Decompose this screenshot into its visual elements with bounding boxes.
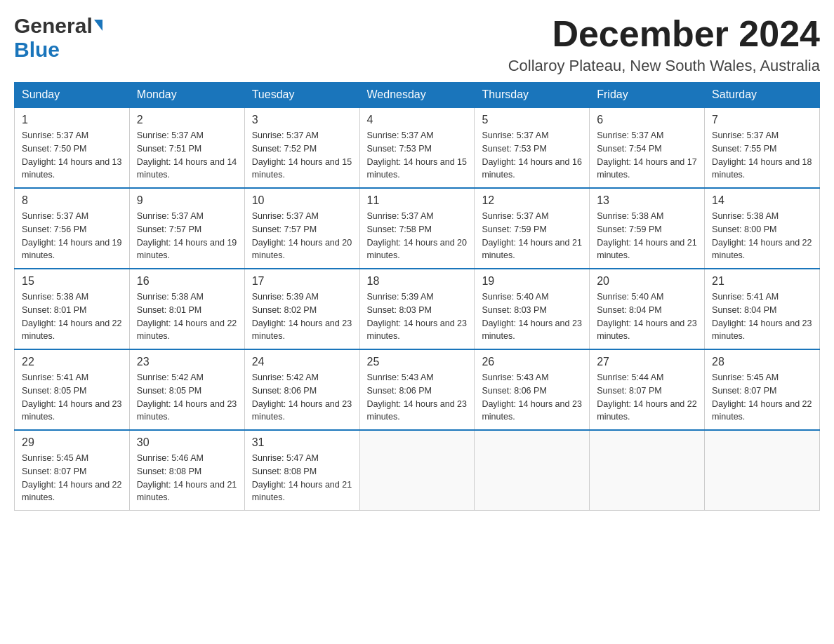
table-row: 22 Sunrise: 5:41 AMSunset: 8:05 PMDaylig… [15,349,130,430]
col-tuesday: Tuesday [244,83,359,108]
table-row [590,430,705,511]
day-info: Sunrise: 5:40 AMSunset: 8:03 PMDaylight:… [482,290,582,343]
table-row: 29 Sunrise: 5:45 AMSunset: 8:07 PMDaylig… [15,430,130,511]
table-row [705,430,820,511]
table-row: 2 Sunrise: 5:37 AMSunset: 7:51 PMDayligh… [129,107,244,188]
table-row: 15 Sunrise: 5:38 AMSunset: 8:01 PMDaylig… [15,269,130,349]
day-info: Sunrise: 5:37 AMSunset: 7:55 PMDaylight:… [712,129,812,182]
day-info: Sunrise: 5:41 AMSunset: 8:04 PMDaylight:… [712,290,812,343]
table-row [475,430,590,511]
day-info: Sunrise: 5:37 AMSunset: 7:53 PMDaylight:… [367,129,468,182]
table-row: 19 Sunrise: 5:40 AMSunset: 8:03 PMDaylig… [475,269,590,349]
month-title: December 2024 [508,14,820,54]
day-number: 25 [367,356,468,368]
table-row: 20 Sunrise: 5:40 AMSunset: 8:04 PMDaylig… [590,269,705,349]
col-sunday: Sunday [15,83,130,108]
day-info: Sunrise: 5:37 AMSunset: 7:52 PMDaylight:… [252,129,352,182]
day-number: 9 [137,194,237,207]
table-row [359,430,475,511]
day-number: 24 [252,356,352,368]
day-number: 3 [252,114,352,126]
calendar-week-5: 29 Sunrise: 5:45 AMSunset: 8:07 PMDaylig… [15,430,820,511]
day-number: 13 [597,194,697,207]
day-info: Sunrise: 5:38 AMSunset: 7:59 PMDaylight:… [597,210,697,262]
day-number: 15 [22,275,122,288]
table-row: 16 Sunrise: 5:38 AMSunset: 8:01 PMDaylig… [129,269,244,349]
logo-general-text: General [14,14,93,38]
table-row: 4 Sunrise: 5:37 AMSunset: 7:53 PMDayligh… [359,107,475,188]
calendar-week-4: 22 Sunrise: 5:41 AMSunset: 8:05 PMDaylig… [15,349,820,430]
calendar-week-2: 8 Sunrise: 5:37 AMSunset: 7:56 PMDayligh… [15,188,820,269]
calendar-header-row: Sunday Monday Tuesday Wednesday Thursday… [15,83,820,108]
day-info: Sunrise: 5:37 AMSunset: 7:57 PMDaylight:… [137,210,237,262]
day-number: 20 [597,275,697,288]
day-info: Sunrise: 5:38 AMSunset: 8:01 PMDaylight:… [22,290,122,343]
day-info: Sunrise: 5:38 AMSunset: 8:00 PMDaylight:… [712,210,812,262]
col-friday: Friday [590,83,705,108]
day-number: 16 [137,275,237,288]
day-number: 26 [482,356,582,368]
logo-triangle-icon [94,20,102,31]
table-row: 23 Sunrise: 5:42 AMSunset: 8:05 PMDaylig… [129,349,244,430]
day-info: Sunrise: 5:42 AMSunset: 8:05 PMDaylight:… [137,371,237,424]
day-number: 5 [482,114,582,126]
day-number: 31 [252,436,352,449]
day-info: Sunrise: 5:37 AMSunset: 7:59 PMDaylight:… [482,210,582,262]
col-monday: Monday [129,83,244,108]
day-info: Sunrise: 5:37 AMSunset: 7:56 PMDaylight:… [22,210,122,262]
logo-blue-text: Blue [14,38,60,62]
day-number: 27 [597,356,697,368]
day-info: Sunrise: 5:41 AMSunset: 8:05 PMDaylight:… [22,371,122,424]
col-thursday: Thursday [475,83,590,108]
day-number: 30 [137,436,237,449]
day-info: Sunrise: 5:44 AMSunset: 8:07 PMDaylight:… [597,371,697,424]
day-info: Sunrise: 5:37 AMSunset: 7:53 PMDaylight:… [482,129,582,182]
calendar-week-1: 1 Sunrise: 5:37 AMSunset: 7:50 PMDayligh… [15,107,820,188]
day-number: 23 [137,356,237,368]
table-row: 26 Sunrise: 5:43 AMSunset: 8:06 PMDaylig… [475,349,590,430]
day-info: Sunrise: 5:43 AMSunset: 8:06 PMDaylight:… [367,371,468,424]
day-number: 22 [22,356,122,368]
day-number: 12 [482,194,582,207]
day-info: Sunrise: 5:39 AMSunset: 8:02 PMDaylight:… [252,290,352,343]
day-number: 29 [22,436,122,449]
table-row: 21 Sunrise: 5:41 AMSunset: 8:04 PMDaylig… [705,269,820,349]
header: General Blue December 2024 Collaroy Plat… [14,14,820,75]
table-row: 14 Sunrise: 5:38 AMSunset: 8:00 PMDaylig… [705,188,820,269]
table-row: 12 Sunrise: 5:37 AMSunset: 7:59 PMDaylig… [475,188,590,269]
day-info: Sunrise: 5:40 AMSunset: 8:04 PMDaylight:… [597,290,697,343]
table-row: 31 Sunrise: 5:47 AMSunset: 8:08 PMDaylig… [244,430,359,511]
table-row: 1 Sunrise: 5:37 AMSunset: 7:50 PMDayligh… [15,107,130,188]
day-info: Sunrise: 5:47 AMSunset: 8:08 PMDaylight:… [252,452,352,504]
day-info: Sunrise: 5:43 AMSunset: 8:06 PMDaylight:… [482,371,582,424]
calendar-week-3: 15 Sunrise: 5:38 AMSunset: 8:01 PMDaylig… [15,269,820,349]
day-number: 19 [482,275,582,288]
table-row: 28 Sunrise: 5:45 AMSunset: 8:07 PMDaylig… [705,349,820,430]
table-row: 25 Sunrise: 5:43 AMSunset: 8:06 PMDaylig… [359,349,475,430]
day-number: 7 [712,114,812,126]
table-row: 3 Sunrise: 5:37 AMSunset: 7:52 PMDayligh… [244,107,359,188]
day-number: 2 [137,114,237,126]
day-info: Sunrise: 5:37 AMSunset: 7:54 PMDaylight:… [597,129,697,182]
day-info: Sunrise: 5:39 AMSunset: 8:03 PMDaylight:… [367,290,468,343]
day-number: 4 [367,114,468,126]
table-row: 6 Sunrise: 5:37 AMSunset: 7:54 PMDayligh… [590,107,705,188]
day-number: 10 [252,194,352,207]
table-row: 8 Sunrise: 5:37 AMSunset: 7:56 PMDayligh… [15,188,130,269]
day-info: Sunrise: 5:42 AMSunset: 8:06 PMDaylight:… [252,371,352,424]
table-row: 18 Sunrise: 5:39 AMSunset: 8:03 PMDaylig… [359,269,475,349]
day-number: 1 [22,114,122,126]
table-row: 17 Sunrise: 5:39 AMSunset: 8:02 PMDaylig… [244,269,359,349]
day-info: Sunrise: 5:37 AMSunset: 7:57 PMDaylight:… [252,210,352,262]
day-info: Sunrise: 5:46 AMSunset: 8:08 PMDaylight:… [137,452,237,504]
table-row: 10 Sunrise: 5:37 AMSunset: 7:57 PMDaylig… [244,188,359,269]
location-title: Collaroy Plateau, New South Wales, Austr… [508,57,820,75]
table-row: 11 Sunrise: 5:37 AMSunset: 7:58 PMDaylig… [359,188,475,269]
calendar-table: Sunday Monday Tuesday Wednesday Thursday… [14,82,820,511]
day-number: 11 [367,194,468,207]
day-number: 14 [712,194,812,207]
table-row: 27 Sunrise: 5:44 AMSunset: 8:07 PMDaylig… [590,349,705,430]
title-area: December 2024 Collaroy Plateau, New Sout… [508,14,820,75]
day-number: 28 [712,356,812,368]
day-number: 21 [712,275,812,288]
